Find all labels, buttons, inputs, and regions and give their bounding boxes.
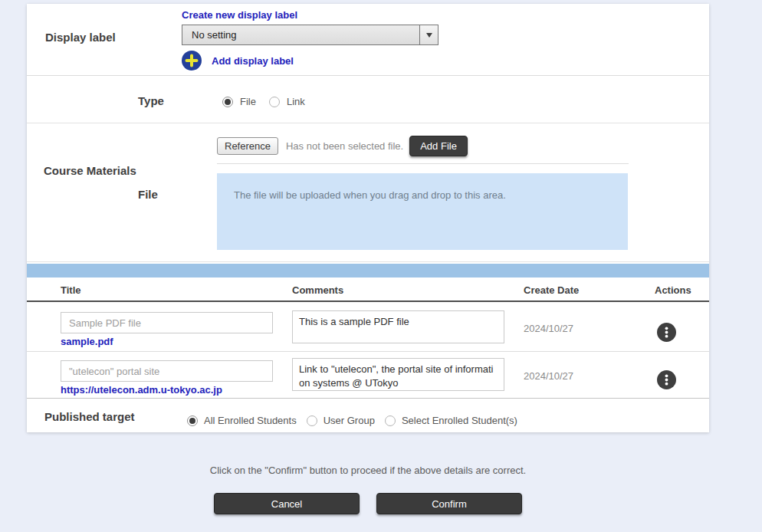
row2-title-input[interactable] xyxy=(61,360,273,382)
display-label-select-arrow-button[interactable] xyxy=(419,25,438,44)
row1-kebab-menu-icon[interactable] xyxy=(657,323,676,342)
type-section: Type File Link xyxy=(27,76,709,123)
row1-file-link[interactable]: sample.pdf xyxy=(61,336,113,347)
caret-down-icon xyxy=(426,33,432,38)
published-target-all-enrolled-label[interactable]: All Enrolled Students xyxy=(204,415,297,426)
display-label-field-label: Display label xyxy=(45,31,116,44)
file-reference-row: Reference Has not been selected file. Ad… xyxy=(217,136,629,164)
course-materials-field-label: Course Materials xyxy=(44,164,136,177)
display-label-section: Display label Create new display label N… xyxy=(27,4,709,76)
reference-button[interactable]: Reference xyxy=(217,137,278,155)
published-target-radio-select-students[interactable] xyxy=(385,415,396,426)
published-target-select-students-label[interactable]: Select Enrolled Student(s) xyxy=(402,415,517,426)
row2-url-link[interactable]: https://utelecon.adm.u-tokyo.ac.jp xyxy=(61,384,222,396)
course-materials-section: Course Materials File Reference Has not … xyxy=(27,123,709,262)
display-label-select-value: No setting xyxy=(182,25,419,44)
published-target-radio-group: All Enrolled Students User Group Select … xyxy=(187,399,709,426)
row2-create-date: 2024/10/27 xyxy=(524,370,573,382)
row2-comments-box[interactable]: Link to "utelecon", the portal site of i… xyxy=(292,358,504,391)
create-new-display-label-link[interactable]: Create new display label xyxy=(182,9,297,21)
published-target-section: Published target All Enrolled Students U… xyxy=(27,399,709,432)
file-field-label: File xyxy=(138,188,158,201)
table-row: sample.pdf This is a sample PDF file 202… xyxy=(27,302,709,352)
published-target-field-label: Published target xyxy=(44,410,135,423)
add-display-label-row[interactable]: Add display label xyxy=(182,51,709,71)
confirm-button[interactable]: Confirm xyxy=(376,493,522,514)
column-header-create-date: Create Date xyxy=(524,277,655,300)
row1-title-input[interactable] xyxy=(61,312,273,333)
table-row: https://utelecon.adm.u-tokyo.ac.jp Link … xyxy=(27,352,709,399)
type-radio-file[interactable] xyxy=(222,97,233,107)
row1-create-date: 2024/10/27 xyxy=(524,323,573,334)
type-radio-link[interactable] xyxy=(269,97,280,107)
file-dropzone-hint: The file will be uploaded when you drag … xyxy=(217,173,628,201)
form-card: Display label Create new display label N… xyxy=(27,4,709,432)
cancel-button[interactable]: Cancel xyxy=(214,493,360,514)
plus-circle-icon[interactable] xyxy=(182,51,202,71)
type-radio-file-label[interactable]: File xyxy=(240,96,256,107)
row1-comments-box[interactable]: This is a sample PDF file xyxy=(292,310,504,343)
no-file-selected-text: Has not been selected file. xyxy=(286,140,403,152)
published-target-user-group-label[interactable]: User Group xyxy=(324,415,375,426)
display-label-select[interactable]: No setting xyxy=(182,25,438,45)
add-file-button[interactable]: Add File xyxy=(409,136,468,156)
column-header-title: Title xyxy=(61,277,292,300)
type-radio-group: File Link xyxy=(222,76,709,107)
column-header-actions: Actions xyxy=(655,277,709,300)
file-dropzone[interactable]: The file will be uploaded when you drag … xyxy=(217,173,628,250)
published-target-radio-user-group[interactable] xyxy=(307,415,317,426)
section-divider-bar xyxy=(27,264,709,277)
footer-button-row: Cancel Confirm xyxy=(27,493,709,514)
type-field-label: Type xyxy=(138,94,164,107)
confirm-instruction-text: Click on the "Confirm" button to proceed… xyxy=(27,465,709,476)
add-display-label-link[interactable]: Add display label xyxy=(212,55,294,67)
column-header-comments: Comments xyxy=(292,277,524,300)
materials-table-header: Title Comments Create Date Actions xyxy=(27,277,709,302)
published-target-radio-all-enrolled[interactable] xyxy=(187,415,198,426)
row2-kebab-menu-icon[interactable] xyxy=(657,370,676,389)
type-radio-link-label[interactable]: Link xyxy=(287,96,305,107)
